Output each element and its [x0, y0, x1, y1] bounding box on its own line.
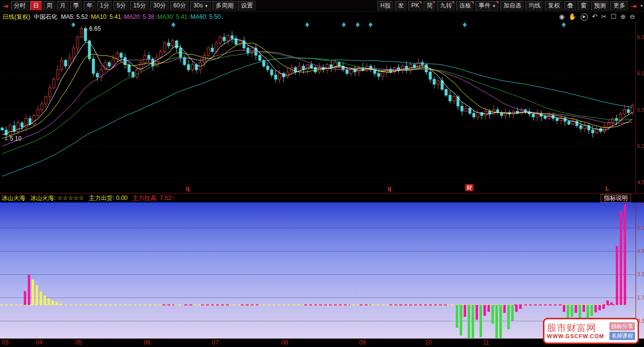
- indicator-help-button[interactable]: 指标说明: [600, 194, 631, 202]
- stock-name: 中国石化: [34, 13, 57, 21]
- candle: [560, 118, 562, 120]
- period-button-分时[interactable]: 分时: [11, 1, 29, 10]
- candle: [310, 65, 313, 68]
- period-button-1分[interactable]: 1分: [97, 1, 112, 10]
- indicator-header: 冰山火海 冰山火海: ☆☆☆☆☆ 主力出货: 0.00 主力拉高: 7.52↑ …: [0, 194, 644, 202]
- baseline-dash-magenta: [389, 304, 447, 305]
- period-button-30s[interactable]: 30s▼: [190, 1, 211, 11]
- ma-legend: MA5:5.52↑MA10:5.41↑MA20:5.38↑MA30:5.41↑M…: [61, 13, 224, 20]
- period-button-60分[interactable]: 60分: [170, 1, 189, 10]
- event-marker[interactable]: q: [387, 185, 391, 192]
- tool-button-H股[interactable]: H股: [377, 1, 394, 10]
- lock-icon[interactable]: ☐: [611, 12, 617, 21]
- button-label: 1分: [100, 2, 109, 9]
- period-button-设置[interactable]: 设置: [238, 1, 256, 10]
- tool-button-窗[interactable]: 窗: [578, 1, 590, 10]
- candle: [148, 55, 150, 59]
- tool-button-复权[interactable]: 复权: [545, 1, 563, 10]
- candle: [187, 65, 190, 70]
- tool-button-均线[interactable]: 均线: [526, 1, 543, 10]
- tool-button-PK[interactable]: PK: [408, 1, 422, 10]
- tool-button-叠[interactable]: 叠: [564, 1, 576, 10]
- baseline-dash-magenta: [162, 304, 174, 305]
- candle: [568, 121, 570, 124]
- play-icon[interactable]: ▶: [581, 13, 588, 21]
- indicator-bar: [456, 305, 458, 328]
- button-label: 多周期: [215, 2, 233, 9]
- cut-icon[interactable]: ✂: [601, 12, 607, 21]
- main-chart-area[interactable]: 6.56.05.55.04.5←6.65←5.10qq财L: [0, 22, 644, 194]
- tool-button-连板[interactable]: 连板: [456, 1, 474, 10]
- candlestick-chart[interactable]: 6.56.05.55.04.5←6.65←5.10qq财L: [0, 22, 644, 193]
- tool-button-事件[interactable]: 事件▼: [476, 1, 499, 11]
- period-button-5分[interactable]: 5分: [113, 1, 129, 10]
- period-button-周[interactable]: 周: [44, 1, 55, 10]
- eye-icon[interactable]: ◉: [559, 12, 564, 21]
- candle: [37, 110, 39, 116]
- tool-button-加自选[interactable]: 加自选: [500, 1, 524, 10]
- tool-button-简[interactable]: 简: [424, 1, 435, 10]
- jump-right-icon[interactable]: ⇥: [630, 2, 638, 10]
- top-toolbar: ⇥ 分时日周月季年1分5分15分30分60分30s▼多周期设置 H股发PK简九转…: [0, 0, 644, 12]
- candle: [465, 108, 467, 111]
- candle: [41, 104, 43, 110]
- watermark-url: WWW.GSCFW.COM: [547, 333, 604, 339]
- candle: [53, 79, 55, 88]
- button-label: 更多: [613, 2, 625, 9]
- indicator-bar: [602, 305, 605, 309]
- period-button-日[interactable]: 日: [30, 1, 42, 10]
- baseline-dash-magenta: [201, 304, 230, 305]
- candle: [21, 123, 23, 127]
- candle: [80, 28, 83, 37]
- ma-legend-item: MA60:5.50↓: [191, 13, 224, 20]
- button-label: 15分: [133, 2, 146, 9]
- period-button-多周期[interactable]: 多周期: [213, 1, 236, 10]
- candle: [433, 79, 435, 84]
- signal-diamond-icon: [356, 22, 360, 27]
- candle: [56, 70, 59, 79]
- candle: [512, 111, 515, 114]
- svg-text:6.0: 6.0: [637, 70, 644, 76]
- chevron-down-icon: ▼: [205, 4, 209, 8]
- zoom-in-icon[interactable]: ⊕: [620, 12, 626, 21]
- ma-legend-item: MA5:5.52↑: [61, 13, 91, 20]
- candle: [29, 118, 31, 124]
- period-button-30分[interactable]: 30分: [150, 1, 168, 10]
- panel-axis-label: 6.1: [637, 225, 644, 231]
- indicator-bar: [507, 305, 510, 329]
- period-button-季[interactable]: 季: [70, 1, 82, 10]
- candle: [374, 70, 376, 73]
- candle: [572, 121, 574, 124]
- event-marker[interactable]: q: [186, 185, 190, 192]
- pan-hand-icon[interactable]: ✋: [568, 12, 576, 21]
- indicator-bar: [460, 305, 462, 336]
- jump-left-icon[interactable]: ⇥: [1, 2, 9, 10]
- indicator-bar: [483, 305, 486, 316]
- zoom-out-icon[interactable]: ⊖: [630, 12, 635, 21]
- candle: [401, 66, 404, 71]
- tool-button-预测[interactable]: 预测: [591, 1, 609, 10]
- new-badge: [471, 1, 474, 4]
- undo-icon[interactable]: ↶: [592, 12, 597, 21]
- svg-text:4.5: 4.5: [637, 179, 644, 185]
- indicator-bar: [571, 305, 573, 317]
- tool-button-九转[interactable]: 九转: [437, 1, 455, 10]
- event-marker[interactable]: L: [605, 185, 609, 192]
- candle: [631, 105, 634, 113]
- tool-button-更多[interactable]: 更多: [610, 1, 628, 10]
- button-label: 事件: [479, 2, 490, 9]
- chevron-down-icon[interactable]: ▾: [641, 3, 643, 8]
- candle: [215, 43, 217, 52]
- period-button-月[interactable]: 月: [57, 1, 69, 10]
- tool-button-发[interactable]: 发: [395, 1, 407, 10]
- period-button-年[interactable]: 年: [84, 1, 96, 10]
- candle: [223, 37, 225, 41]
- period-button-15分[interactable]: 15分: [130, 1, 149, 10]
- candle: [611, 118, 614, 123]
- candle: [580, 126, 582, 129]
- indicator-bar: [503, 305, 506, 313]
- candle: [227, 36, 229, 41]
- candle: [338, 62, 340, 66]
- candle: [453, 97, 455, 101]
- price-annotation: ←5.10: [4, 135, 22, 142]
